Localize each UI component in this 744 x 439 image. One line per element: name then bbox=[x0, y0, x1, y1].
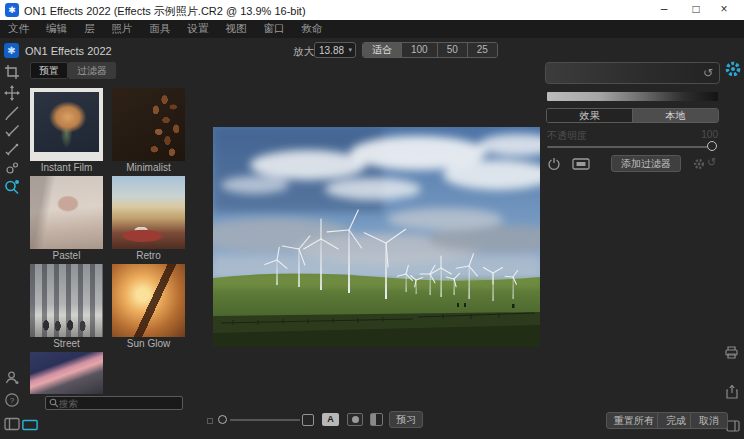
view-zoom-tool-active[interactable] bbox=[4, 179, 20, 195]
svg-text:?: ? bbox=[10, 396, 15, 405]
menu-window[interactable]: 窗口 bbox=[264, 22, 285, 36]
preset-label: Retro bbox=[112, 250, 185, 261]
tab-effects[interactable]: 效果 bbox=[547, 109, 633, 122]
zoom-preset-group: 适合 100 50 25 bbox=[362, 42, 498, 58]
chevron-down-icon: ▾ bbox=[348, 46, 352, 54]
reset-all-button[interactable]: 重置所有 bbox=[606, 412, 662, 429]
zoom-25-button[interactable]: 25 bbox=[468, 43, 497, 57]
menu-file[interactable]: 文件 bbox=[8, 22, 29, 36]
tab-local[interactable]: 本地 bbox=[633, 109, 718, 122]
masking-brush-tool[interactable] bbox=[4, 123, 20, 139]
filter-reset-icon[interactable]: ↺ bbox=[707, 156, 716, 169]
preset-thumb-pastel[interactable] bbox=[30, 176, 103, 249]
move-tool[interactable] bbox=[4, 85, 20, 101]
bottom-zoom-slider-handle[interactable] bbox=[218, 415, 227, 424]
levels-gradient-strip bbox=[547, 92, 718, 101]
preset-thumb-street[interactable] bbox=[30, 264, 103, 337]
print-icon[interactable] bbox=[724, 345, 739, 359]
right-panel-toggle-icon[interactable] bbox=[726, 420, 740, 432]
search-icon bbox=[49, 398, 59, 408]
titlebar: ✱ ON1 Effects 2022 (Effects 示例照片.CR2 @ 1… bbox=[0, 0, 744, 20]
preset-thumb-sun-glow[interactable] bbox=[112, 264, 185, 337]
cancel-button[interactable]: 取消 bbox=[690, 412, 728, 429]
minimize-button[interactable]: – bbox=[648, 0, 680, 20]
zoom-50-button[interactable]: 50 bbox=[438, 43, 468, 57]
menu-layer[interactable]: 层 bbox=[84, 22, 95, 36]
menu-settings[interactable]: 设置 bbox=[188, 22, 209, 36]
menu-view[interactable]: 视图 bbox=[226, 22, 247, 36]
preset-search[interactable] bbox=[45, 396, 183, 410]
canvas-photo[interactable] bbox=[213, 127, 540, 347]
user-account-icon[interactable] bbox=[4, 370, 20, 386]
reset-icon[interactable]: ↺ bbox=[703, 66, 713, 80]
tab-presets[interactable]: 预置 bbox=[30, 62, 68, 79]
filter-settings-gear-icon[interactable] bbox=[693, 158, 705, 170]
add-filter-button[interactable]: 添加过滤器 bbox=[611, 155, 681, 172]
menu-mask[interactable]: 面具 bbox=[150, 22, 171, 36]
blemish-tool[interactable] bbox=[4, 160, 20, 176]
preset-label: Sun Glow bbox=[112, 338, 185, 349]
histogram-panel: ↺ bbox=[545, 62, 720, 84]
search-input[interactable] bbox=[59, 398, 179, 409]
preset-label: Street bbox=[30, 338, 103, 349]
preset-label: Instant Film bbox=[30, 162, 103, 173]
left-panel-toggle-icon[interactable] bbox=[4, 416, 20, 432]
opacity-value: 100 bbox=[698, 129, 718, 140]
zoom-100-button[interactable]: 100 bbox=[402, 43, 438, 57]
preset-thumb-instant-film[interactable] bbox=[30, 88, 103, 161]
opacity-label: 不透明度 bbox=[547, 129, 587, 143]
app-logo-icon: ✱ bbox=[5, 3, 19, 17]
opacity-slider-track[interactable] bbox=[547, 146, 713, 148]
menu-help[interactable]: 救命 bbox=[302, 22, 323, 36]
crop-tool[interactable] bbox=[4, 64, 20, 80]
window-title: ON1 Effects 2022 (Effects 示例照片.CR2 @ 13.… bbox=[24, 4, 306, 19]
preset-label: Minimalist bbox=[112, 162, 185, 173]
paint-brush-tool[interactable] bbox=[4, 105, 20, 121]
zoom-label: 放大 bbox=[293, 45, 314, 59]
view-mask-circle-icon[interactable] bbox=[347, 413, 363, 426]
preset-thumb-partial[interactable] bbox=[30, 352, 103, 394]
module-title: ON1 Effects 2022 bbox=[25, 45, 112, 57]
preview-button[interactable]: 预习 bbox=[389, 411, 423, 428]
filters-tabs: 效果 本地 bbox=[546, 108, 719, 123]
close-button[interactable]: × bbox=[708, 0, 740, 20]
effects-module-gear-icon[interactable] bbox=[724, 60, 742, 78]
fit-button[interactable]: 适合 bbox=[363, 43, 402, 57]
filmstrip-view-toggle[interactable] bbox=[22, 417, 40, 433]
blend-options-icon[interactable] bbox=[547, 157, 561, 171]
bottom-zoom-slider-track[interactable] bbox=[230, 419, 300, 421]
menu-photo[interactable]: 照片 bbox=[112, 22, 133, 36]
view-original-icon[interactable] bbox=[302, 414, 314, 426]
on1-module-icon: ✱ bbox=[4, 43, 19, 58]
export-share-icon[interactable] bbox=[725, 384, 739, 399]
zoom-value: 13.88 bbox=[319, 45, 344, 56]
zoom-select[interactable]: 13.88 ▾ bbox=[314, 42, 356, 58]
menubar: 文件 编辑 层 照片 面具 设置 视图 窗口 救命 bbox=[0, 20, 744, 38]
tab-filters[interactable]: 过滤器 bbox=[68, 62, 116, 79]
windmill-landscape-image bbox=[213, 127, 540, 347]
zoom-out-icon[interactable] bbox=[207, 418, 213, 424]
view-compare-a-icon[interactable]: A bbox=[322, 413, 339, 426]
opacity-slider-handle[interactable] bbox=[707, 141, 717, 151]
preset-thumb-minimalist[interactable] bbox=[112, 88, 185, 161]
help-icon[interactable]: ? bbox=[4, 392, 20, 408]
local-adjust-brush-tool[interactable] bbox=[4, 141, 20, 157]
preset-thumb-retro[interactable] bbox=[112, 176, 185, 249]
view-split-icon[interactable] bbox=[370, 413, 383, 426]
menu-edit[interactable]: 编辑 bbox=[46, 22, 67, 36]
preset-label: Pastel bbox=[30, 250, 103, 261]
mask-view-icon[interactable] bbox=[572, 158, 590, 170]
app-window: ✱ ON1 Effects 2022 (Effects 示例照片.CR2 @ 1… bbox=[0, 0, 744, 439]
